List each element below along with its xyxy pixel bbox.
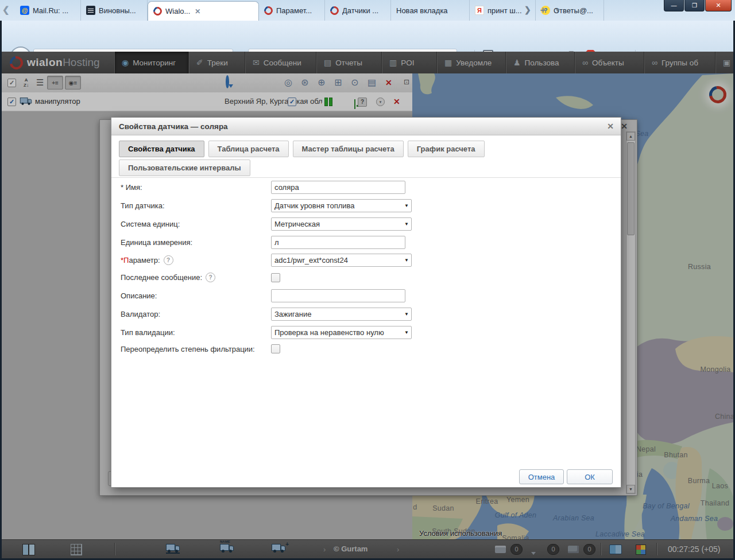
maximize-button[interactable]: ❐ xyxy=(684,0,705,11)
form-row-6: Описание: xyxy=(121,289,405,302)
form-row-3: Единица измерения: xyxy=(121,236,405,249)
new-tab-button[interactable]: + xyxy=(540,5,546,15)
sensor-properties-dialog: Свойства датчика — соляра ✕ Свойства дат… xyxy=(111,117,621,488)
window-controls: — ❐ ✕ xyxy=(663,0,732,11)
field-label: Валидатор: xyxy=(121,310,160,318)
tab-scroll-left-icon[interactable]: ❮ xyxy=(2,5,10,15)
dialog-tab-1[interactable]: Таблица расчета xyxy=(208,141,289,157)
window-frame xyxy=(0,21,2,560)
tab-title: принт ш... xyxy=(488,6,522,15)
news-icon xyxy=(86,6,95,15)
tab-scroll-right-icon[interactable]: ❯ xyxy=(524,5,531,15)
form-row-7: Валидатор:Зажигание xyxy=(121,308,412,321)
tab-list-icon[interactable]: ▼ xyxy=(555,5,560,15)
browser-tabbar: ❮ @Mail.Ru: ...Виновны...Wialo...✕Параме… xyxy=(0,0,735,21)
dialog-title: Свойства датчика — соляра xyxy=(119,122,228,131)
dialog-tab-3[interactable]: График расчета xyxy=(408,141,485,157)
field-label: Переопределить степень фильтрации: xyxy=(121,345,255,353)
screen: ❮ @Mail.Ru: ...Виновны...Wialo...✕Параме… xyxy=(0,0,735,560)
close-button[interactable]: ✕ xyxy=(705,0,732,11)
field-select-7[interactable]: Зажигание xyxy=(271,308,412,321)
wialon-icon xyxy=(328,5,341,17)
field-label: *Параметр: xyxy=(121,256,160,265)
form-row-9: Переопределить степень фильтрации: xyxy=(121,344,280,353)
field-label: Последнее сообщение: xyxy=(121,273,202,282)
browser-toolbar: ← ⊕ wialon.su/?sid=1946801dd26bac989c84 … xyxy=(0,21,735,52)
dialog-titlebar: Свойства датчика — соляра xyxy=(111,118,621,135)
browser-tab-5[interactable]: Новая вкладка xyxy=(391,0,470,21)
browser-tab-4[interactable]: Датчики ... xyxy=(325,0,391,21)
tab-title: Парамет... xyxy=(276,6,312,15)
field-select-2[interactable]: Метрическая xyxy=(271,217,412,231)
field-select-4[interactable]: adc1/pwr_ext*const24 xyxy=(271,254,412,267)
field-label: * Имя: xyxy=(121,183,142,192)
tab-title: Датчики ... xyxy=(342,6,378,15)
tabstrip: @Mail.Ru: ...Виновны...Wialo...✕Парамет.… xyxy=(15,0,604,21)
field-input-0[interactable] xyxy=(271,181,405,194)
minimize-button[interactable]: — xyxy=(664,0,684,11)
dialog-tab-0[interactable]: Свойства датчика xyxy=(119,141,204,157)
tab-close-icon[interactable]: ✕ xyxy=(195,7,200,15)
tab-title: Wialo... xyxy=(165,7,190,15)
field-checkbox-9[interactable] xyxy=(271,344,280,353)
field-checkbox-5[interactable] xyxy=(271,273,280,282)
help-icon[interactable]: ? xyxy=(206,273,215,282)
form-row-0: * Имя: xyxy=(121,181,405,194)
tab-title: Mail.Ru: ... xyxy=(33,6,68,15)
yandex-icon: Я xyxy=(475,6,484,15)
dialog-tab-4[interactable]: Пользовательские интервалы xyxy=(119,160,250,176)
tab-title: Новая вкладка xyxy=(396,6,448,15)
field-label: Единица измерения: xyxy=(121,238,192,247)
form-row-1: Тип датчика:Датчик уровня топлива xyxy=(121,199,412,212)
field-label: Тип датчика: xyxy=(121,201,165,210)
field-label: Тип валидации: xyxy=(121,328,175,337)
form-row-4: *Параметр:?adc1/pwr_ext*const24 xyxy=(121,254,412,267)
browser-tab-1[interactable]: Виновны... xyxy=(81,0,148,21)
dialog-close-icon[interactable]: ✕ xyxy=(607,122,614,131)
form-row-8: Тип валидации:Проверка на неравенство ну… xyxy=(121,326,412,339)
form-row-5: Последнее сообщение:? xyxy=(121,273,280,282)
mailru-icon: @ xyxy=(20,6,29,15)
field-input-3[interactable] xyxy=(271,236,405,249)
wialon-icon xyxy=(262,5,274,17)
dialog-tab-2[interactable]: Мастер таблицы расчета xyxy=(293,141,404,157)
field-label: Описание: xyxy=(121,291,157,300)
field-select-8[interactable]: Проверка на неравенство нулю xyxy=(271,326,412,339)
browser-tab-2[interactable]: Wialo...✕ xyxy=(148,1,259,21)
tab-buttons: ❯ + ▼ xyxy=(524,5,560,15)
tab-title: Виновны... xyxy=(99,6,136,15)
field-input-6[interactable] xyxy=(271,289,405,302)
browser-tab-0[interactable]: @Mail.Ru: ... xyxy=(15,0,81,21)
form-row-2: Система единиц:Метрическая xyxy=(121,217,412,231)
cancel-button[interactable]: Отмена xyxy=(519,469,564,484)
ok-button[interactable]: ОК xyxy=(567,469,613,484)
field-select-1[interactable]: Датчик уровня топлива xyxy=(271,199,412,212)
browser-tab-3[interactable]: Парамет... xyxy=(259,0,325,21)
tabs-separator xyxy=(111,177,621,178)
wialon-icon xyxy=(152,5,164,17)
help-icon[interactable]: ? xyxy=(164,255,173,265)
field-label: Система единиц: xyxy=(121,220,180,228)
